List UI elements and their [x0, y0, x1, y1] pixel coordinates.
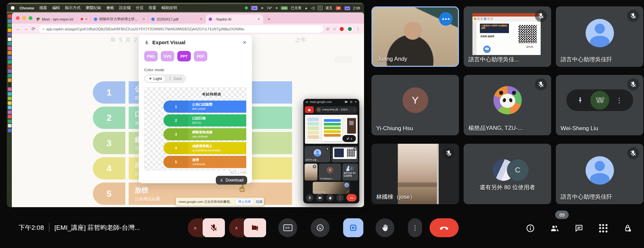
participant-tile-assistant-share[interactable]: AI應用於EMI教學中的優勢與挑戰 莊哲昀 技術長 簽到表 語言中心助理吳佳..…: [464, 6, 551, 67]
host-controls-button[interactable]: [622, 223, 633, 233]
pip-expand-icon[interactable]: ⧉: [350, 100, 352, 104]
pip-more-options-button[interactable]: ⋮: [336, 194, 344, 201]
profile-avatar[interactable]: [347, 26, 353, 32]
pip-end-call-button[interactable]: [346, 194, 357, 201]
dock-app-icon[interactable]: [8, 56, 11, 59]
meet-pip-window[interactable]: ⇄ meet.google.com ⧉ ✕ ◉ Juang Andy (你，正在…: [303, 99, 359, 203]
new-tab-button[interactable]: ＋: [266, 15, 271, 24]
pip-close-icon[interactable]: ✕: [355, 100, 357, 104]
dock-app-icon[interactable]: [8, 33, 11, 36]
dock-app-icon[interactable]: [8, 69, 11, 73]
dock-app-icon[interactable]: [8, 97, 11, 100]
menu-item[interactable]: 編輯: [52, 5, 60, 10]
dock-app-icon[interactable]: [8, 47, 11, 50]
dock-app-icon[interactable]: [8, 110, 11, 114]
participant-tile-yang[interactable]: 楊慈品YANG, TZU-...: [464, 75, 551, 135]
camera-off-button[interactable]: [244, 218, 266, 237]
pip-recording-button[interactable]: ◉: [305, 106, 314, 113]
tab-meet[interactable]: Meet - iqm-mqoo-kir ✕: [33, 15, 91, 24]
pip-hand-raise-button[interactable]: [326, 194, 334, 201]
hide-banner-link[interactable]: 隱藏: [256, 200, 262, 204]
dock-app-icon[interactable]: [8, 74, 11, 78]
tile-more-options-icon[interactable]: ⋮: [616, 96, 623, 104]
dock-app-icon[interactable]: [8, 124, 11, 128]
hand-raise-button[interactable]: [376, 218, 394, 237]
tab-admissions[interactable]: 朝陽科技大學碩博士班招生 ✕: [91, 15, 148, 24]
reload-button[interactable]: ⟳: [31, 26, 35, 31]
camera-options-chevron[interactable]: ∧: [229, 218, 244, 237]
menu-item[interactable]: 瀏覽紀錄: [85, 5, 101, 10]
pip-camera-button[interactable]: [316, 194, 324, 201]
close-dialog-icon[interactable]: ✕: [242, 40, 247, 45]
close-tab-icon[interactable]: ✕: [85, 17, 88, 21]
pip-tile-face[interactable]: [305, 164, 317, 181]
dock-app-icon[interactable]: [8, 15, 11, 18]
minimize-window-icon[interactable]: [22, 16, 26, 20]
mission-control-icon[interactable]: [344, 6, 350, 10]
bookmark-star-icon[interactable]: ☆: [333, 27, 336, 31]
dock-app-icon[interactable]: [8, 106, 11, 109]
menu-item[interactable]: 分頁: [136, 5, 144, 10]
dock-app-icon[interactable]: [8, 65, 11, 68]
address-bar[interactable]: ≡ app.napkin.ai/page/CgoICHByb2Qtb25lEiw…: [38, 25, 323, 33]
participant-tile-overflow[interactable]: C 還有另外 80 位使用者: [464, 144, 551, 204]
dock-app-icon[interactable]: [8, 129, 11, 132]
meeting-details-button[interactable]: [525, 223, 536, 233]
dock-app-icon[interactable]: [8, 87, 11, 91]
pip-tile-overflow[interactable]: C 還有另外 83 位使用者: [342, 164, 358, 181]
close-tab-icon[interactable]: ✕: [143, 17, 145, 21]
window-controls[interactable]: [16, 16, 32, 20]
pip-mic-button[interactable]: [306, 194, 313, 201]
dock-app-icon[interactable]: [8, 42, 11, 46]
menu-item[interactable]: 檔案: [39, 5, 47, 10]
pip-presenter-menu-icon[interactable]: ⋮: [353, 108, 356, 111]
menu-item[interactable]: 視窗: [149, 5, 156, 10]
dock-app-icon[interactable]: [8, 119, 11, 123]
dark-mode-option[interactable]: ☾ Dark: [165, 75, 185, 82]
tune-icon[interactable]: ≡: [42, 27, 44, 31]
maximize-window-icon[interactable]: [29, 16, 32, 20]
pip-camera-icon[interactable]: [344, 100, 348, 104]
format-svg-button[interactable]: SVG: [161, 51, 174, 61]
light-mode-option[interactable]: ☀ Light: [145, 75, 165, 82]
menu-item[interactable]: 輔助說明: [161, 5, 177, 10]
tile-more-options-button[interactable]: [439, 12, 453, 26]
participant-tile-jose[interactable]: 林國棟（jose）: [371, 144, 459, 204]
pin-icon[interactable]: [577, 97, 584, 104]
reactions-button[interactable]: [311, 218, 330, 237]
menu-app-name[interactable]: Chrome: [20, 6, 34, 10]
participant-tile-wei-sheng[interactable]: W ⋮ Wei-Sheng Liu: [556, 75, 643, 135]
pip-tile-slide-share[interactable]: [332, 146, 358, 162]
dock-app-icon[interactable]: [8, 37, 11, 41]
dock-app-icon[interactable]: [8, 28, 11, 32]
dock-app-icon[interactable]: [8, 83, 11, 87]
menu-item[interactable]: 顯示方式: [65, 5, 80, 10]
dock-app-icon[interactable]: [8, 115, 11, 118]
pip-tile-assistant[interactable]: 語言中心助...: [305, 146, 330, 162]
pip-back-to-tab-icon[interactable]: ⇄: [306, 100, 308, 104]
format-pdf-button[interactable]: PDF: [194, 51, 207, 61]
presenting-button[interactable]: [343, 218, 363, 237]
menu-item[interactable]: 設定檔: [119, 5, 131, 10]
tab-pdf[interactable]: 20250417.pdf ✕: [148, 15, 206, 24]
pip-presenter-pill[interactable]: Juang Andy (你，正在分... ⋮: [315, 106, 358, 113]
show-everyone-button[interactable]: [549, 223, 560, 233]
screen-share-status-icon[interactable]: [251, 6, 258, 10]
dock-app-icon[interactable]: [8, 92, 11, 96]
participant-tile-yi-chiung[interactable]: Y Yi-Chiung Hsu: [371, 75, 459, 135]
pip-tile-self[interactable]: ||| ⤢ Juang Andy: [313, 182, 350, 194]
dock-app-icon[interactable]: [8, 101, 11, 105]
menu-item[interactable]: 書籤: [106, 5, 114, 10]
dock-app-icon[interactable]: [8, 78, 11, 82]
format-png-button[interactable]: PNG: [144, 51, 158, 61]
dock-app-icon[interactable]: [8, 19, 11, 23]
stop-sharing-button[interactable]: 停止共用: [235, 199, 254, 205]
back-button[interactable]: ←: [16, 26, 20, 31]
forward-button[interactable]: →: [24, 26, 28, 31]
input-source-icon[interactable]: A: [318, 6, 323, 10]
pip-annotate-button[interactable]: ▴: [342, 135, 356, 142]
cast-icon[interactable]: ⎚: [326, 27, 330, 31]
more-options-button[interactable]: ⋮: [408, 218, 422, 237]
format-ppt-button[interactable]: PPT: [177, 51, 191, 61]
end-call-button[interactable]: [430, 218, 459, 237]
